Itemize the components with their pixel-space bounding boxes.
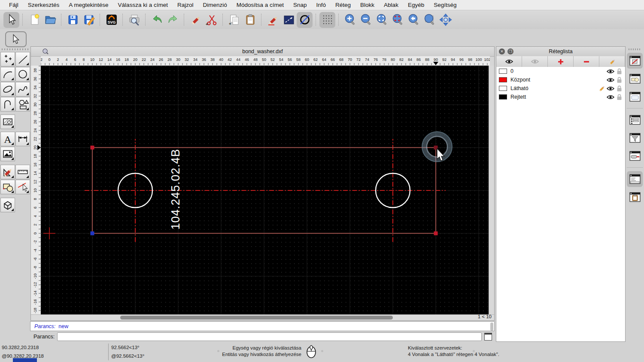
undo-button[interactable] — [149, 12, 165, 28]
close-icon[interactable]: ✕ — [499, 48, 505, 54]
layer-lock-icon[interactable] — [615, 68, 623, 75]
draw-pencil-button[interactable] — [265, 12, 281, 28]
horizontal-scrollbar[interactable] — [120, 316, 393, 320]
dock-layer-list-button[interactable] — [627, 53, 643, 69]
print-preview-button[interactable] — [126, 12, 142, 28]
drawing-canvas[interactable]: 104.245.02.4B — [41, 66, 489, 316]
tool-image[interactable] — [0, 147, 15, 161]
menu-válassza-ki-a-címet[interactable]: Válassza ki a címet — [113, 2, 173, 8]
tool-ellipse[interactable] — [0, 82, 15, 97]
palette-drag-handle[interactable] — [2, 48, 28, 50]
layer-color-swatch[interactable] — [499, 86, 507, 91]
layer-color-swatch[interactable] — [499, 94, 507, 100]
layer-row-központ[interactable]: Központ — [496, 75, 625, 84]
zoom-previous-button[interactable] — [406, 12, 422, 28]
dock-block-list-button[interactable] — [627, 71, 643, 87]
layer-visibility-icon[interactable] — [606, 94, 615, 100]
drawing-window-titlebar[interactable]: bond_washer.dxf — [31, 47, 494, 57]
delete-pencil-button[interactable] — [188, 12, 204, 28]
tool-points[interactable] — [0, 52, 15, 66]
dock-selection-filter-button[interactable] — [627, 130, 643, 146]
select-pointer-button[interactable] — [3, 12, 19, 28]
show-all-layers-button[interactable] — [496, 56, 522, 67]
layer-panel-header[interactable]: ✕ ❐ Réteglista — [496, 47, 625, 57]
menu-snap[interactable]: Snap — [289, 2, 312, 8]
menu-blokk[interactable]: Blokk — [355, 2, 379, 8]
tool-block[interactable] — [0, 180, 15, 194]
dock-clipboard-panel-button[interactable] — [627, 189, 643, 205]
dock-command-line-button[interactable] — [627, 171, 643, 187]
dock-entity-list-button[interactable] — [627, 112, 643, 128]
tool-polygon[interactable] — [15, 97, 30, 112]
command-input[interactable] — [57, 332, 482, 341]
open-file-button[interactable] — [42, 12, 58, 28]
circle-tool-button[interactable] — [297, 12, 313, 28]
menu-egyéb[interactable]: Egyéb — [403, 2, 429, 8]
layer-visibility-icon[interactable] — [606, 77, 615, 83]
zoom-window-button[interactable] — [422, 12, 437, 28]
tool-arc[interactable] — [0, 67, 15, 81]
layer-row-rejtett[interactable]: Rejtett — [496, 93, 625, 101]
tool-measure[interactable] — [15, 165, 30, 179]
zoom-out-button[interactable] — [358, 12, 374, 28]
menu-módosítsa-a-címet[interactable]: Módosítsa a címet — [232, 2, 289, 8]
save-button[interactable] — [65, 12, 81, 28]
menu-segítség[interactable]: Segítség — [429, 2, 461, 8]
save-as-button[interactable] — [81, 12, 97, 28]
cut-button[interactable]: + — [204, 12, 219, 28]
selection-handle[interactable] — [434, 232, 438, 235]
selection-handle[interactable] — [91, 146, 94, 150]
tool-modify[interactable] — [0, 165, 15, 179]
paste-button[interactable] — [242, 12, 258, 28]
dock-library-browser-button[interactable] — [627, 89, 643, 105]
menu-dimenzió[interactable]: Dimenzió — [198, 2, 231, 8]
menu-ablak[interactable]: Ablak — [379, 2, 403, 8]
menu-szerkesztés[interactable]: Szerkesztés — [23, 2, 64, 8]
select-arrow-button[interactable] — [5, 31, 27, 47]
hide-all-layers-button[interactable] — [522, 56, 548, 67]
menu-infó[interactable]: Infó — [312, 2, 331, 8]
menu-a-megtekintése[interactable]: A megtekintése — [64, 2, 113, 8]
float-icon[interactable]: ❐ — [507, 48, 513, 54]
add-layer-button[interactable] — [548, 56, 574, 67]
selection-handle[interactable] — [91, 232, 94, 235]
remove-layer-button[interactable] — [574, 56, 599, 67]
layer-lock-icon[interactable] — [615, 77, 623, 83]
zoom-in-button[interactable] — [342, 12, 358, 28]
layer-lock-icon[interactable] — [615, 85, 623, 92]
tool-dimension[interactable] — [15, 132, 30, 146]
layer-row-látható[interactable]: Látható — [496, 84, 625, 93]
menu-réteg[interactable]: Réteg — [331, 2, 355, 8]
layer-color-swatch[interactable] — [499, 77, 507, 82]
edit-layer-button[interactable] — [599, 56, 625, 67]
tool-text[interactable]: A — [0, 132, 15, 146]
snap-grid-button[interactable] — [319, 12, 335, 28]
layer-visibility-icon[interactable] — [606, 86, 615, 91]
dock-drag-handle[interactable] — [629, 48, 641, 50]
copy-button[interactable]: + — [226, 12, 242, 28]
tool-select-entity[interactable] — [15, 180, 30, 194]
zoom-pan-button[interactable] — [437, 12, 453, 28]
tool-line[interactable] — [15, 52, 30, 66]
menu-rajzol[interactable]: Rajzol — [173, 2, 198, 8]
vertical-scrollbar[interactable] — [489, 66, 494, 316]
zoom-extents-button[interactable] — [390, 12, 406, 28]
tool-polyline[interactable] — [0, 97, 15, 112]
svg-export-button[interactable]: SVG — [103, 12, 119, 28]
redo-button[interactable] — [165, 12, 181, 28]
tool-solid-box[interactable] — [0, 198, 15, 212]
command-window-icon[interactable] — [484, 333, 492, 341]
layer-color-swatch[interactable] — [499, 69, 507, 74]
line-tool-button[interactable] — [281, 12, 297, 28]
zoom-auto-button[interactable] — [374, 12, 390, 28]
layer-row-0[interactable]: 0 — [496, 67, 625, 75]
tool-spline[interactable] — [15, 82, 30, 97]
tool-circle[interactable] — [15, 67, 30, 81]
layer-lock-icon[interactable] — [615, 94, 623, 100]
tool-hatch[interactable] — [0, 115, 15, 129]
new-document-button[interactable] — [26, 12, 42, 28]
command-history-scrollbar[interactable] — [490, 323, 493, 331]
menu-fájl[interactable]: Fájl — [4, 2, 23, 8]
layer-visibility-icon[interactable] — [606, 69, 615, 74]
dock-pen-palette-button[interactable] — [627, 148, 643, 164]
